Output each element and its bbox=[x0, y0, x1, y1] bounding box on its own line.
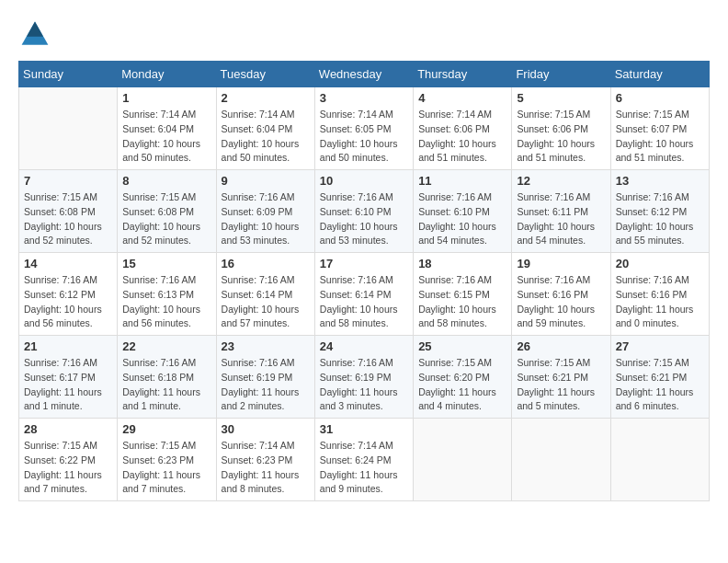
day-number: 21 bbox=[24, 339, 112, 353]
calendar-table: SundayMondayTuesdayWednesdayThursdayFrid… bbox=[18, 61, 710, 501]
day-detail: Sunrise: 7:15 AM Sunset: 6:08 PM Dayligh… bbox=[24, 190, 112, 248]
day-detail: Sunrise: 7:14 AM Sunset: 6:24 PM Dayligh… bbox=[320, 439, 408, 497]
calendar-cell: 28 Sunrise: 7:15 AM Sunset: 6:22 PM Dayl… bbox=[19, 419, 118, 501]
calendar-cell: 6 Sunrise: 7:15 AM Sunset: 6:07 PM Dayli… bbox=[610, 87, 709, 170]
calendar-cell: 11 Sunrise: 7:16 AM Sunset: 6:10 PM Dayl… bbox=[414, 170, 512, 253]
day-detail: Sunrise: 7:15 AM Sunset: 6:21 PM Dayligh… bbox=[616, 356, 704, 414]
calendar-cell: 5 Sunrise: 7:15 AM Sunset: 6:06 PM Dayli… bbox=[512, 87, 610, 170]
calendar-cell: 22 Sunrise: 7:16 AM Sunset: 6:18 PM Dayl… bbox=[118, 336, 216, 419]
day-detail: Sunrise: 7:15 AM Sunset: 6:22 PM Dayligh… bbox=[24, 439, 112, 497]
day-number: 14 bbox=[24, 257, 112, 270]
calendar-cell: 14 Sunrise: 7:16 AM Sunset: 6:12 PM Dayl… bbox=[19, 253, 118, 336]
day-detail: Sunrise: 7:16 AM Sunset: 6:19 PM Dayligh… bbox=[222, 356, 310, 414]
day-detail: Sunrise: 7:16 AM Sunset: 6:12 PM Dayligh… bbox=[616, 190, 704, 248]
day-number: 12 bbox=[517, 174, 605, 188]
calendar-cell: 29 Sunrise: 7:15 AM Sunset: 6:23 PM Dayl… bbox=[118, 419, 216, 501]
page-header bbox=[18, 18, 710, 52]
weekday-saturday: Saturday bbox=[610, 62, 709, 87]
calendar-cell: 18 Sunrise: 7:16 AM Sunset: 6:15 PM Dayl… bbox=[414, 253, 512, 336]
calendar-cell: 1 Sunrise: 7:14 AM Sunset: 6:04 PM Dayli… bbox=[118, 87, 216, 170]
day-detail: Sunrise: 7:16 AM Sunset: 6:16 PM Dayligh… bbox=[616, 273, 704, 331]
day-detail: Sunrise: 7:16 AM Sunset: 6:13 PM Dayligh… bbox=[122, 273, 210, 331]
day-detail: Sunrise: 7:16 AM Sunset: 6:14 PM Dayligh… bbox=[320, 273, 408, 331]
calendar-cell: 16 Sunrise: 7:16 AM Sunset: 6:14 PM Dayl… bbox=[216, 253, 314, 336]
day-number: 3 bbox=[320, 91, 408, 105]
day-detail: Sunrise: 7:16 AM Sunset: 6:18 PM Dayligh… bbox=[122, 356, 210, 414]
day-detail: Sunrise: 7:15 AM Sunset: 6:21 PM Dayligh… bbox=[517, 356, 605, 414]
day-detail: Sunrise: 7:16 AM Sunset: 6:14 PM Dayligh… bbox=[222, 273, 310, 331]
day-number: 5 bbox=[517, 91, 605, 105]
day-number: 13 bbox=[616, 174, 704, 188]
calendar-cell: 23 Sunrise: 7:16 AM Sunset: 6:19 PM Dayl… bbox=[216, 336, 314, 419]
day-detail: Sunrise: 7:15 AM Sunset: 6:08 PM Dayligh… bbox=[122, 190, 210, 248]
logo-icon bbox=[18, 18, 51, 52]
calendar-cell bbox=[610, 419, 709, 501]
logo bbox=[18, 18, 55, 52]
day-detail: Sunrise: 7:16 AM Sunset: 6:10 PM Dayligh… bbox=[320, 190, 408, 248]
day-number: 15 bbox=[122, 257, 210, 270]
weekday-sunday: Sunday bbox=[19, 62, 118, 87]
day-detail: Sunrise: 7:15 AM Sunset: 6:20 PM Dayligh… bbox=[418, 356, 506, 414]
calendar-week-5: 28 Sunrise: 7:15 AM Sunset: 6:22 PM Dayl… bbox=[19, 419, 710, 501]
calendar-cell: 9 Sunrise: 7:16 AM Sunset: 6:09 PM Dayli… bbox=[216, 170, 314, 253]
day-number: 26 bbox=[517, 339, 605, 353]
calendar-cell: 30 Sunrise: 7:14 AM Sunset: 6:23 PM Dayl… bbox=[216, 419, 314, 501]
calendar-week-3: 14 Sunrise: 7:16 AM Sunset: 6:12 PM Dayl… bbox=[19, 253, 710, 336]
day-number: 17 bbox=[320, 257, 408, 270]
calendar-cell: 10 Sunrise: 7:16 AM Sunset: 6:10 PM Dayl… bbox=[314, 170, 413, 253]
day-number: 16 bbox=[222, 257, 310, 270]
day-detail: Sunrise: 7:16 AM Sunset: 6:16 PM Dayligh… bbox=[517, 273, 605, 331]
day-detail: Sunrise: 7:15 AM Sunset: 6:07 PM Dayligh… bbox=[616, 108, 704, 166]
calendar-week-2: 7 Sunrise: 7:15 AM Sunset: 6:08 PM Dayli… bbox=[19, 170, 710, 253]
calendar-cell: 27 Sunrise: 7:15 AM Sunset: 6:21 PM Dayl… bbox=[610, 336, 709, 419]
day-number: 31 bbox=[320, 422, 408, 436]
calendar-cell: 15 Sunrise: 7:16 AM Sunset: 6:13 PM Dayl… bbox=[118, 253, 216, 336]
day-number: 28 bbox=[24, 422, 112, 436]
calendar-week-4: 21 Sunrise: 7:16 AM Sunset: 6:17 PM Dayl… bbox=[19, 336, 710, 419]
calendar-cell: 4 Sunrise: 7:14 AM Sunset: 6:06 PM Dayli… bbox=[414, 87, 512, 170]
calendar-cell: 21 Sunrise: 7:16 AM Sunset: 6:17 PM Dayl… bbox=[19, 336, 118, 419]
day-detail: Sunrise: 7:14 AM Sunset: 6:04 PM Dayligh… bbox=[122, 108, 210, 166]
calendar-cell bbox=[512, 419, 610, 501]
day-number: 29 bbox=[122, 422, 210, 436]
calendar-cell: 13 Sunrise: 7:16 AM Sunset: 6:12 PM Dayl… bbox=[610, 170, 709, 253]
day-number: 1 bbox=[122, 91, 210, 105]
day-detail: Sunrise: 7:16 AM Sunset: 6:17 PM Dayligh… bbox=[24, 356, 112, 414]
day-number: 8 bbox=[122, 174, 210, 188]
day-detail: Sunrise: 7:16 AM Sunset: 6:11 PM Dayligh… bbox=[517, 190, 605, 248]
day-detail: Sunrise: 7:16 AM Sunset: 6:09 PM Dayligh… bbox=[222, 190, 310, 248]
calendar-cell: 2 Sunrise: 7:14 AM Sunset: 6:04 PM Dayli… bbox=[216, 87, 314, 170]
day-detail: Sunrise: 7:16 AM Sunset: 6:19 PM Dayligh… bbox=[320, 356, 408, 414]
day-detail: Sunrise: 7:14 AM Sunset: 6:05 PM Dayligh… bbox=[320, 108, 408, 166]
weekday-tuesday: Tuesday bbox=[216, 62, 314, 87]
day-number: 27 bbox=[616, 339, 704, 353]
day-number: 2 bbox=[222, 91, 310, 105]
day-number: 10 bbox=[320, 174, 408, 188]
day-detail: Sunrise: 7:14 AM Sunset: 6:06 PM Dayligh… bbox=[418, 108, 506, 166]
day-number: 23 bbox=[222, 339, 310, 353]
weekday-header-row: SundayMondayTuesdayWednesdayThursdayFrid… bbox=[19, 62, 710, 87]
weekday-monday: Monday bbox=[118, 62, 216, 87]
day-number: 24 bbox=[320, 339, 408, 353]
calendar-cell: 25 Sunrise: 7:15 AM Sunset: 6:20 PM Dayl… bbox=[414, 336, 512, 419]
day-number: 25 bbox=[418, 339, 506, 353]
day-number: 11 bbox=[418, 174, 506, 188]
day-number: 4 bbox=[418, 91, 506, 105]
day-detail: Sunrise: 7:15 AM Sunset: 6:23 PM Dayligh… bbox=[122, 439, 210, 497]
calendar-cell: 24 Sunrise: 7:16 AM Sunset: 6:19 PM Dayl… bbox=[314, 336, 413, 419]
day-number: 20 bbox=[616, 257, 704, 270]
day-number: 19 bbox=[517, 257, 605, 270]
day-detail: Sunrise: 7:15 AM Sunset: 6:06 PM Dayligh… bbox=[517, 108, 605, 166]
day-detail: Sunrise: 7:16 AM Sunset: 6:10 PM Dayligh… bbox=[418, 190, 506, 248]
day-detail: Sunrise: 7:14 AM Sunset: 6:04 PM Dayligh… bbox=[222, 108, 310, 166]
calendar-cell: 3 Sunrise: 7:14 AM Sunset: 6:05 PM Dayli… bbox=[314, 87, 413, 170]
calendar-week-1: 1 Sunrise: 7:14 AM Sunset: 6:04 PM Dayli… bbox=[19, 87, 710, 170]
weekday-thursday: Thursday bbox=[414, 62, 512, 87]
day-number: 30 bbox=[222, 422, 310, 436]
calendar-cell: 31 Sunrise: 7:14 AM Sunset: 6:24 PM Dayl… bbox=[314, 419, 413, 501]
calendar-cell: 20 Sunrise: 7:16 AM Sunset: 6:16 PM Dayl… bbox=[610, 253, 709, 336]
calendar-cell: 7 Sunrise: 7:15 AM Sunset: 6:08 PM Dayli… bbox=[19, 170, 118, 253]
calendar-body: 1 Sunrise: 7:14 AM Sunset: 6:04 PM Dayli… bbox=[19, 87, 710, 501]
calendar-cell bbox=[414, 419, 512, 501]
calendar-cell: 19 Sunrise: 7:16 AM Sunset: 6:16 PM Dayl… bbox=[512, 253, 610, 336]
